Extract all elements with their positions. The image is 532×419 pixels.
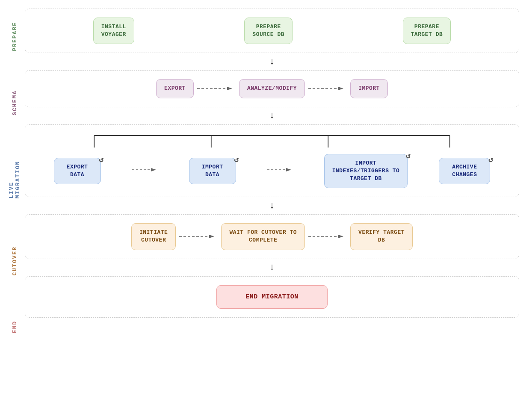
svg-marker-16 xyxy=(286,168,291,171)
install-voyager-node: INSTALLVOYAGER xyxy=(93,18,134,44)
schema-nodes-row: EXPORT ANALYZE/MODIFY IMPORT xyxy=(38,79,506,98)
prepare-source-db-node: PREPARESOURCE DB xyxy=(244,18,293,44)
import-indexes-selfloop: ↺ xyxy=(406,151,411,162)
svg-marker-3 xyxy=(338,87,343,90)
dash-connector-2 xyxy=(305,84,350,93)
import-node: IMPORT xyxy=(350,79,388,98)
prepare-label-wrap: PREPARE xyxy=(4,9,25,64)
archive-changes-node: ARCHIVECHANGES ↺ xyxy=(439,158,490,184)
svg-marker-14 xyxy=(151,168,156,171)
dashed-arrow-svg-4 xyxy=(308,232,347,241)
wait-cutover-node: WAIT FOR CUTOVER TOCOMPLETE xyxy=(221,223,305,250)
live-dash-1 xyxy=(132,165,158,176)
down-arrow-4: ↓ xyxy=(269,262,275,273)
cutover-section: INITIATECUTOVER WAIT FOR CUTOVER TOCOMPL… xyxy=(25,214,519,259)
diagram-wrapper: PREPARE SCHEMA LIVEMIGRATION CUTOVER END… xyxy=(0,0,532,419)
prepare-phase-label: PREPARE xyxy=(12,22,18,51)
prepare-target-db-node: PREPARETARGET DB xyxy=(403,18,451,44)
initiate-cutover-node: INITIATECUTOVER xyxy=(131,223,176,250)
svg-marker-1 xyxy=(227,87,232,90)
prepare-nodes-row: INSTALLVOYAGER PREPARESOURCE DB PREPARET… xyxy=(38,18,506,44)
live-label-wrap: LIVEMIGRATION xyxy=(4,141,25,218)
cutover-nodes-row: INITIATECUTOVER WAIT FOR CUTOVER TOCOMPL… xyxy=(38,223,506,250)
down-arrow-3: ↓ xyxy=(269,201,275,211)
svg-marker-18 xyxy=(209,235,214,238)
export-node: EXPORT xyxy=(156,79,194,98)
prepare-section: INSTALLVOYAGER PREPARESOURCE DB PREPARET… xyxy=(25,9,519,53)
dash-connector-4 xyxy=(305,232,350,241)
dashed-arrow-svg-2 xyxy=(308,84,347,93)
arrow-prepare-schema: ↓ xyxy=(25,53,519,70)
end-nodes-row: END MIGRATION xyxy=(38,285,506,309)
import-indexes-node: IMPORTINDEXES/TRIGGERS TOTARGET DB ↺ xyxy=(324,154,408,189)
end-migration-node: END MIGRATION xyxy=(216,285,328,309)
import-data-node: IMPORTDATA ↺ xyxy=(189,158,236,184)
import-data-selfloop: ↺ xyxy=(234,155,239,165)
export-data-selfloop: ↺ xyxy=(99,155,103,165)
live-dash-2 xyxy=(267,165,293,176)
end-section: END MIGRATION xyxy=(25,276,519,318)
arrow-schema-live: ↓ xyxy=(25,107,519,124)
schema-label-wrap: SCHEMA xyxy=(4,81,25,124)
live-connector-svg xyxy=(38,131,506,150)
dashed-arrow-svg-1 xyxy=(197,84,236,93)
live-dash-svg-1 xyxy=(132,165,158,174)
arrow-live-cutover: ↓ xyxy=(25,197,519,214)
end-phase-label: END xyxy=(12,321,18,333)
live-connector-area xyxy=(38,131,506,150)
dashed-arrow-svg-3 xyxy=(179,232,218,241)
cutover-phase-label: CUTOVER xyxy=(12,246,18,276)
live-phase-label: LIVEMIGRATION xyxy=(8,161,21,198)
live-dash-svg-2 xyxy=(267,165,293,174)
export-data-wrap: EXPORTDATA ↺ xyxy=(54,158,101,184)
down-arrow-1: ↓ xyxy=(269,56,275,67)
dash-connector-1 xyxy=(194,84,239,93)
cutover-label-wrap: CUTOVER xyxy=(4,235,25,286)
main-content-column: INSTALLVOYAGER PREPARESOURCE DB PREPARET… xyxy=(25,9,519,410)
archive-changes-selfloop: ↺ xyxy=(488,155,493,165)
arrow-cutover-end: ↓ xyxy=(25,259,519,276)
schema-phase-label: SCHEMA xyxy=(12,90,18,115)
dash-connector-3 xyxy=(176,232,221,241)
live-nodes-row: EXPORTDATA ↺ IMPORTDATA ↺ xyxy=(38,154,506,189)
live-migration-section: EXPORTDATA ↺ IMPORTDATA ↺ xyxy=(25,124,519,198)
labels-column: PREPARE SCHEMA LIVEMIGRATION CUTOVER END xyxy=(4,9,25,410)
import-indexes-wrap: IMPORTINDEXES/TRIGGERS TOTARGET DB ↺ xyxy=(324,154,408,189)
schema-section: EXPORT ANALYZE/MODIFY IMPORT xyxy=(25,70,519,107)
import-data-wrap: IMPORTDATA ↺ xyxy=(189,158,236,184)
archive-changes-wrap: ARCHIVECHANGES ↺ xyxy=(439,158,490,184)
down-arrow-2: ↓ xyxy=(269,110,275,121)
analyze-modify-node: ANALYZE/MODIFY xyxy=(239,79,305,98)
end-label-wrap: END xyxy=(4,304,25,351)
svg-marker-20 xyxy=(338,235,343,238)
export-data-node: EXPORTDATA ↺ xyxy=(54,158,101,184)
verify-target-db-node: VERIFY TARGETDB xyxy=(350,223,413,250)
